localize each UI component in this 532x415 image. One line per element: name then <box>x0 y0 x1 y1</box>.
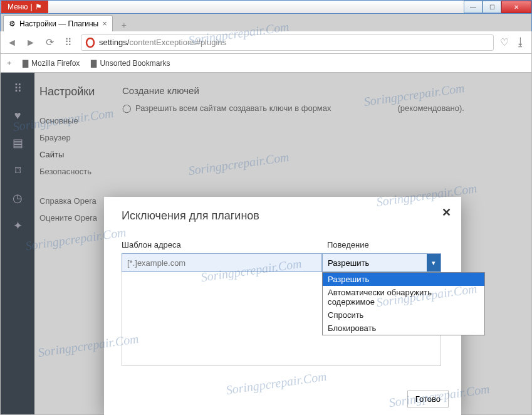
behavior-dropdown: Разрешить Автоматически обнаружить содер… <box>322 272 485 335</box>
option-block[interactable]: Блокировать <box>323 322 484 335</box>
divider: | <box>30 3 32 11</box>
close-window-button[interactable]: ✕ <box>501 1 531 13</box>
option-allow[interactable]: Разрешить <box>323 273 484 286</box>
folder-icon: ▇ <box>23 59 28 68</box>
url-text: settings/contentExceptions#plugins <box>99 38 226 47</box>
tab-bar: ⚙ Настройки — Плагины × + <box>0 14 532 31</box>
opera-icon <box>85 38 95 48</box>
heart-icon[interactable]: ♡ <box>500 36 509 48</box>
new-tab-button[interactable]: + <box>117 19 132 31</box>
menu-label: Меню <box>8 3 28 11</box>
speed-dial-icon[interactable]: ⠿ <box>62 36 75 48</box>
modal-title: Исключения для плагинов <box>122 209 444 223</box>
done-button[interactable]: Готово <box>407 391 449 407</box>
behavior-select[interactable]: Разрешить ▾ <box>322 253 441 272</box>
chevron-down-icon: ▾ <box>427 254 441 271</box>
reload-button[interactable]: ⟳ <box>43 36 56 48</box>
back-button[interactable]: ◄ <box>6 37 18 48</box>
tab-settings[interactable]: ⚙ Настройки — Плагины × <box>3 15 113 31</box>
tab-close-icon[interactable]: × <box>102 19 107 28</box>
bookmark-firefox[interactable]: ▇ Mozilla Firefox <box>23 59 80 68</box>
window-titlebar: Меню | ⚑ — ☐ ✕ <box>0 0 532 14</box>
add-bookmark-button[interactable]: + <box>7 59 11 68</box>
bookmark-label: Unsorted Bookmarks <box>100 59 170 68</box>
maximize-button[interactable]: ☐ <box>482 1 501 13</box>
modal-close-button[interactable]: ✕ <box>442 206 451 219</box>
flag-icon: ⚑ <box>35 3 42 11</box>
download-icon[interactable]: ⭳ <box>515 36 526 49</box>
bookmarks-bar: + ▇ Mozilla Firefox ▇ Unsorted Bookmarks <box>0 54 532 73</box>
content-area: ⠿ ♥ ▤ ⌑ ◷ ✦ Настройки Основные Браузер С… <box>0 73 532 415</box>
option-auto[interactable]: Автоматически обнаружить содержимое <box>323 286 484 308</box>
svg-point-0 <box>86 38 94 47</box>
gear-icon: ⚙ <box>9 19 16 28</box>
exceptions-modal: ✕ Исключения для плагинов Шаблон адреса … <box>104 197 461 415</box>
behavior-label: Поведение <box>327 240 441 250</box>
folder-icon: ▇ <box>91 59 96 68</box>
toolbar: ◄ ► ⟳ ⠿ settings/contentExceptions#plugi… <box>0 31 532 54</box>
url-pattern-label: Шаблон адреса <box>122 240 322 250</box>
window-controls: — ☐ ✕ <box>464 1 531 13</box>
option-ask[interactable]: Спросить <box>323 308 484 322</box>
select-value: Разрешить <box>328 258 369 268</box>
url-box[interactable]: settings/contentExceptions#plugins <box>81 34 494 51</box>
bookmark-label: Mozilla Firefox <box>31 59 80 68</box>
menu-button[interactable]: Меню | ⚑ <box>1 1 48 13</box>
bookmark-unsorted[interactable]: ▇ Unsorted Bookmarks <box>91 59 170 68</box>
tab-title: Настройки — Плагины <box>19 19 98 28</box>
url-pattern-input[interactable] <box>122 253 322 272</box>
minimize-button[interactable]: — <box>464 1 482 13</box>
forward-button[interactable]: ► <box>24 37 37 48</box>
